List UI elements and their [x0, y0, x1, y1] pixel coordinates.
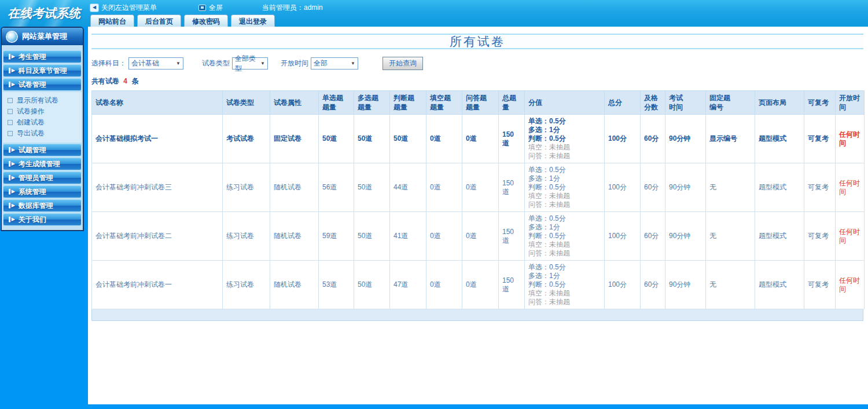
chevron-down-icon: ▼ [176, 61, 181, 66]
cell-qa-count: 0道 [462, 115, 499, 163]
sidebar-item-system-management[interactable]: ▌▶系统管理 [3, 185, 82, 198]
cell-fixed-number: 无 [706, 212, 755, 261]
sidebar-item-database-management[interactable]: ▌▶数据库管理 [3, 199, 82, 212]
summary-suffix: 条 [131, 77, 138, 85]
cell-single-count: 50道 [319, 115, 354, 163]
score-line: 多选：1分 [528, 272, 601, 280]
cell-single-count: 59道 [319, 212, 354, 261]
score-line: 单选：0.5分 [528, 214, 601, 223]
sidebar-item-examinee-management[interactable]: ▌▶考生管理 [3, 50, 82, 63]
cell-fixed-number: 显示编号 [706, 115, 755, 163]
sidebar-item-paper-management[interactable]: ▌▶试卷管理 [3, 78, 82, 91]
cell-blank-count: 0道 [426, 261, 462, 309]
collapse-left-arrow-icon: ◀ [90, 4, 98, 12]
cell-total-count: 150道 [499, 115, 525, 163]
sidebar: 网站菜单管理 ▌▶考生管理▌▶科目及章节管理▌▶试卷管理 显示所有试卷试卷操作创… [0, 27, 88, 409]
cell-open-time: 任何时间 [836, 261, 865, 309]
close-left-menu-link[interactable]: ◀ 关闭左边管理菜单 [90, 3, 157, 13]
column-header: 可复考 [804, 91, 836, 115]
sidebar-item-admin-management[interactable]: ▌▶管理员管理 [3, 171, 82, 184]
sidebar-header-label: 网站菜单管理 [22, 31, 67, 42]
square-bullet-icon [8, 109, 13, 114]
cell-open-time: 任何时间 [836, 212, 865, 261]
sidebar-item-about-us[interactable]: ▌▶关于我们 [3, 213, 82, 226]
subject-select[interactable]: 会计基础 ▼ [128, 57, 183, 70]
column-header: 试卷名称 [92, 91, 223, 115]
column-header: 分值 [525, 91, 605, 115]
table-row: 会计基础考前冲刺试卷一练习试卷随机试卷53道50道47道0道0道150道单选：0… [92, 261, 865, 309]
cell-retake: 可复考 [804, 212, 836, 261]
sidebar-menu-box: 网站菜单管理 ▌▶考生管理▌▶科目及章节管理▌▶试卷管理 显示所有试卷试卷操作创… [1, 27, 84, 231]
table-footer-bar [91, 309, 863, 321]
cell-pass-score: 60分 [641, 115, 665, 163]
sidebar-item-label: 考生管理 [19, 52, 46, 62]
paper-type-select[interactable]: 全部类型 ▼ [232, 57, 268, 70]
submenu-item-export-paper[interactable]: 导出试卷 [3, 128, 82, 139]
cell-total-count: 150道 [499, 163, 525, 212]
open-time-select[interactable]: 全部 ▼ [311, 57, 358, 70]
cell-paper-name: 会计基础模拟考试一 [92, 115, 223, 163]
start-query-button[interactable]: 开始查询 [382, 57, 423, 70]
summary-count: 4 [123, 77, 127, 85]
sidebar-item-label: 试卷管理 [19, 80, 46, 90]
play-icon: ▌▶ [9, 82, 14, 87]
sidebar-header: 网站菜单管理 [2, 28, 83, 45]
cell-fixed-number: 无 [706, 261, 755, 309]
tab-site-front[interactable]: 网站前台 [90, 14, 134, 27]
cell-qa-count: 0道 [462, 163, 499, 212]
cell-page-layout: 题型模式 [755, 212, 804, 261]
table-row: 会计基础考前冲刺试卷二练习试卷随机试卷59道50道41道0道0道150道单选：0… [92, 212, 865, 261]
submenu-item-paper-operations[interactable]: 试卷操作 [3, 106, 82, 117]
tab-logout[interactable]: 退出登录 [231, 14, 275, 27]
column-header: 固定题 编号 [706, 91, 755, 115]
sidebar-item-label: 数据库管理 [19, 201, 53, 211]
cell-paper-type: 练习试卷 [223, 163, 270, 212]
cell-retake: 可复考 [804, 115, 836, 163]
column-header: 试卷类型 [223, 91, 270, 115]
submenu-item-label: 显示所有试卷 [17, 96, 58, 105]
cell-exam-time: 90分钟 [665, 115, 706, 163]
open-time-select-value: 全部 [314, 59, 328, 68]
fullscreen-link[interactable]: 全屏 [198, 3, 223, 13]
score-line: 多选：1分 [528, 223, 601, 232]
sidebar-item-label: 管理员管理 [19, 173, 53, 183]
papers-table: 试卷名称试卷类型试卷属性单选题 题量多选题 题量判断题 题量填空题 题量问答题 … [91, 90, 865, 309]
tab-change-password[interactable]: 修改密码 [184, 14, 228, 27]
cell-exam-time: 90分钟 [665, 163, 706, 212]
cell-open-time: 任何时间 [836, 163, 865, 212]
cell-score-values: 单选：0.5分多选：1分判断：0.5分填空：未抽题问答：未抽题 [525, 212, 605, 261]
current-admin-label: 当前管理员：admin [262, 3, 323, 13]
cell-multi-count: 50道 [354, 212, 390, 261]
submenu-item-label: 创建试卷 [17, 118, 45, 127]
submenu-item-show-all-papers[interactable]: 显示所有试卷 [3, 95, 82, 106]
cell-page-layout: 题型模式 [755, 115, 804, 163]
score-line: 填空：未抽题 [528, 240, 601, 249]
score-line: 填空：未抽题 [528, 192, 601, 200]
sidebar-item-label: 关于我们 [19, 215, 46, 225]
sidebar-item-question-management[interactable]: ▌▶试题管理 [3, 144, 82, 156]
chevron-down-icon: ▼ [260, 61, 265, 66]
play-icon: ▌▶ [9, 217, 14, 222]
paper-count-summary: 共有试卷 4 条 [91, 76, 863, 86]
cell-pass-score: 60分 [641, 261, 665, 309]
column-header: 总题量 [499, 91, 525, 115]
main-content: 所有试卷 选择科目： 会计基础 ▼ 试卷类型 全部类型 ▼ 开放时间 全部 ▼ … [88, 27, 868, 404]
cell-blank-count: 0道 [426, 115, 462, 163]
score-line: 判断：0.5分 [528, 134, 601, 143]
column-header: 及格 分数 [641, 91, 665, 115]
cell-paper-attr: 随机试卷 [270, 261, 319, 309]
tab-admin-home[interactable]: 后台首页 [137, 14, 181, 27]
sidebar-item-subject-chapter-management[interactable]: ▌▶科目及章节管理 [3, 64, 82, 77]
cell-multi-count: 50道 [354, 261, 390, 309]
topbar-links: ◀ 关闭左边管理菜单 全屏 当前管理员：admin [90, 3, 323, 12]
column-header: 单选题 题量 [319, 91, 354, 115]
sidebar-item-label: 试题管理 [19, 145, 46, 155]
submenu-item-create-paper[interactable]: 创建试卷 [3, 117, 82, 128]
filter-bar: 选择科目： 会计基础 ▼ 试卷类型 全部类型 ▼ 开放时间 全部 ▼ 开始查询 [91, 57, 863, 70]
column-header: 考试 时间 [665, 91, 706, 115]
cell-paper-attr: 固定试卷 [270, 115, 319, 163]
sidebar-item-examinee-score-management[interactable]: ▌▶考生成绩管理 [3, 158, 82, 170]
score-line: 判断：0.5分 [528, 280, 601, 289]
chevron-down-icon: ▼ [351, 61, 355, 66]
square-bullet-icon [8, 120, 13, 125]
